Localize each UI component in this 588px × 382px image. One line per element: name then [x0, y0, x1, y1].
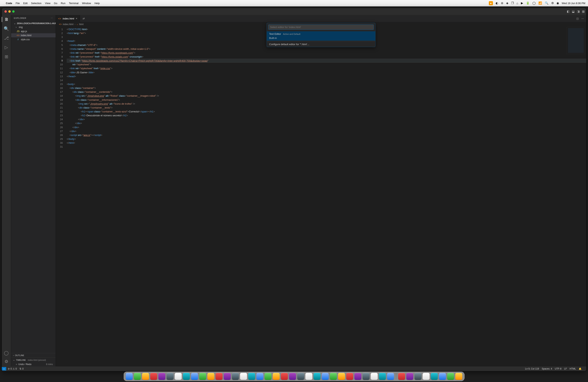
activity-explorer-icon[interactable]: 🗎 — [2, 17, 11, 22]
quick-open-item-text-editor[interactable]: Text Editor Active and Default — [267, 31, 375, 37]
dock-app[interactable] — [126, 373, 133, 380]
breadcrumb-file[interactable]: index.html — [63, 23, 74, 26]
dock-app[interactable] — [297, 373, 304, 380]
status-icon-2[interactable]: ⊚ — [501, 1, 504, 5]
dock-app[interactable] — [208, 373, 214, 380]
timeline-entry[interactable]: ○Undo / Redo 8 mins — [11, 362, 56, 366]
dock-app[interactable] — [406, 373, 413, 380]
activity-source-control-icon[interactable]: ⎇ — [4, 36, 9, 41]
tab-index-html[interactable]: <> index.html × — [56, 15, 80, 22]
menubar-clock[interactable]: Wed 19 Jun 8:06 PM — [562, 2, 585, 5]
siri-icon[interactable]: ◉ — [556, 1, 559, 5]
dock-app[interactable] — [224, 373, 231, 380]
dock-app[interactable] — [305, 373, 313, 380]
split-editor-icon[interactable]: ◫ — [576, 17, 579, 20]
close-tab-icon[interactable]: × — [76, 17, 77, 20]
dock-app[interactable] — [232, 373, 239, 380]
search-icon[interactable]: 🔍 — [545, 1, 548, 5]
status-encoding[interactable]: UTF-8 — [555, 367, 561, 370]
minimap[interactable] — [567, 27, 585, 54]
menu-file[interactable]: File — [16, 2, 20, 5]
dock-app[interactable] — [447, 373, 454, 380]
dock-app[interactable] — [142, 373, 149, 380]
control-center-icon[interactable]: ⚙ — [551, 1, 554, 5]
user-icon[interactable]: ◯ — [532, 1, 536, 5]
activity-account-icon[interactable]: ◯ — [4, 350, 9, 356]
customize-layout-icon[interactable]: ▦ — [582, 10, 585, 13]
dock-app[interactable] — [398, 373, 405, 380]
status-icon-1[interactable]: ◐ — [496, 1, 498, 5]
menu-go[interactable]: Go — [54, 2, 57, 5]
dock-app[interactable] — [363, 373, 370, 380]
battery-icon[interactable]: 🔋 — [526, 1, 530, 5]
activity-settings-icon[interactable]: ⚙ — [4, 359, 8, 364]
dock-app[interactable] — [415, 373, 421, 380]
dock-app[interactable] — [273, 373, 280, 380]
remote-indicator[interactable]: ⟐ — [2, 367, 6, 371]
close-window-button[interactable] — [4, 10, 7, 13]
code-editor[interactable]: 1234567891011121314151617181920212223242… — [56, 27, 586, 366]
dock-app[interactable] — [371, 373, 378, 380]
status-icon-4[interactable]: ❐ — [511, 1, 514, 5]
quick-open-configure[interactable]: Configure default editor for '*.html'... — [267, 42, 375, 47]
status-cursor-position[interactable]: Ln 9, Col 119 — [525, 367, 539, 370]
menu-help[interactable]: Help — [94, 2, 100, 5]
dock-app[interactable] — [191, 373, 198, 380]
timeline-section[interactable]: ⌄ TIMELINE index.html (pinned) — [11, 358, 56, 362]
activity-run-debug-icon[interactable]: ▷ — [5, 45, 8, 50]
maximize-window-button[interactable] — [12, 10, 15, 13]
dock-app[interactable] — [265, 373, 272, 380]
dock-app[interactable] — [240, 373, 247, 380]
menu-selection[interactable]: Selection — [31, 2, 42, 5]
status-eol[interactable]: LF — [564, 367, 567, 370]
status-indentation[interactable]: Spaces: 4 — [542, 367, 552, 370]
status-icon-6[interactable]: ▶ — [521, 1, 523, 5]
folder-img[interactable]: › img — [11, 25, 56, 29]
file-app-js[interactable]: JS app.js — [11, 29, 56, 33]
dock-app[interactable] — [199, 373, 206, 380]
minimize-window-button[interactable] — [8, 10, 11, 13]
dock-app[interactable] — [423, 373, 430, 380]
dock-app[interactable] — [183, 373, 190, 380]
status-language[interactable]: HTML — [569, 367, 576, 370]
dock-app[interactable] — [281, 373, 288, 380]
status-icon-3[interactable]: ◈ — [506, 1, 508, 5]
dock-app[interactable] — [256, 373, 263, 380]
dock-app[interactable] — [314, 373, 321, 380]
dock-app[interactable] — [338, 373, 345, 380]
status-ports[interactable]: ⇅0 — [20, 367, 23, 370]
dock-app[interactable] — [379, 373, 386, 380]
menu-view[interactable]: View — [45, 2, 50, 5]
outline-section[interactable]: › OUTLINE — [11, 353, 56, 358]
breadcrumb-symbol[interactable]: html — [79, 23, 84, 26]
dock-app[interactable] — [355, 373, 361, 380]
quick-open-input[interactable] — [268, 24, 374, 30]
file-index-html[interactable]: <> index.html — [11, 33, 56, 37]
toggle-panel-right-icon[interactable]: ◨ — [577, 10, 580, 13]
mic-icon[interactable]: ● — [489, 1, 493, 5]
status-notifications-icon[interactable]: 🔔 — [579, 367, 582, 370]
dock-app[interactable] — [289, 373, 296, 380]
quick-open-item-builtin[interactable]: Built-in — [267, 37, 375, 41]
menu-edit[interactable]: Edit — [23, 2, 27, 5]
status-problems[interactable]: ⊘0 ⚠0 — [8, 367, 17, 370]
dock-app[interactable] — [167, 373, 174, 380]
status-icon-5[interactable]: ⌂ — [516, 1, 518, 5]
dock-app[interactable] — [439, 373, 446, 380]
menu-window[interactable]: Window — [82, 2, 91, 5]
dock-app[interactable] — [175, 373, 182, 380]
menu-run[interactable]: Run — [61, 2, 65, 5]
code-content[interactable]: <!DOCTYPE html><html lang="en"><head> <m… — [65, 27, 586, 366]
menu-terminal[interactable]: Terminal — [69, 2, 79, 5]
dock-app[interactable] — [150, 373, 157, 380]
dock-app[interactable] — [322, 373, 329, 380]
compare-icon[interactable]: ⇄ — [83, 17, 85, 20]
dock-app[interactable] — [134, 373, 141, 380]
project-root[interactable]: ⌄ 2034-LOGICA-PROGRAMACION-1-AULA1 — [11, 21, 56, 25]
activity-extensions-icon[interactable]: ⊞ — [5, 54, 8, 59]
toggle-panel-left-icon[interactable]: ◧ — [567, 10, 569, 13]
activity-search-icon[interactable]: 🔍 — [4, 26, 9, 31]
file-style-css[interactable]: # style.css — [11, 37, 56, 42]
dock-app[interactable] — [346, 373, 353, 380]
dock-app[interactable] — [330, 373, 337, 380]
